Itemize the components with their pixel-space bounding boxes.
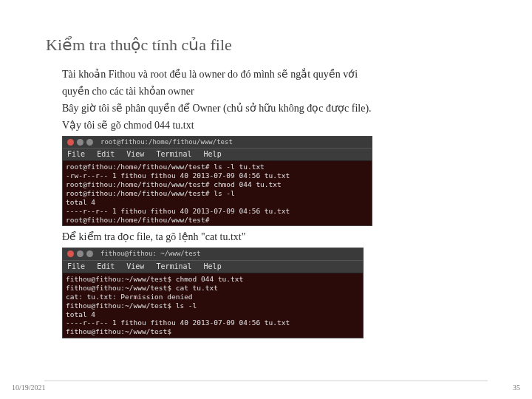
- menu-terminal: Terminal: [156, 150, 191, 158]
- close-icon: [67, 250, 74, 257]
- menu-view: View: [126, 150, 144, 158]
- minimize-icon: [77, 250, 83, 257]
- paragraph-2: Để kiểm tra đọc file, ta gõ lệnh "cat tu…: [62, 231, 483, 245]
- maximize-icon: [86, 250, 93, 257]
- terminal-menubar: File Edit View Terminal Help: [63, 260, 363, 274]
- paragraph-1-line-2: quyền cho các tài khỏan owner: [62, 85, 483, 99]
- footer-page-number: 35: [513, 383, 520, 392]
- menu-file: File: [67, 262, 85, 270]
- slide-title: Kiểm tra thuộc tính của file: [46, 35, 532, 55]
- menu-help: Help: [204, 262, 222, 270]
- minimize-icon: [77, 139, 83, 146]
- footer-divider: [0, 381, 532, 381]
- window-controls: fithou@fithou: ~/www/test: [63, 248, 363, 259]
- terminal-screenshot-2: fithou@fithou: ~/www/test File Edit View…: [62, 248, 364, 338]
- window-title: fithou@fithou: ~/www/test: [100, 250, 200, 258]
- paragraph-1-line-3: Bây giờ tôi sẽ phân quyền để Owner (chủ …: [62, 102, 483, 116]
- paragraph-1-line-1: Tài khoản Fithou và root đều là owner do…: [62, 68, 483, 82]
- terminal-output: root@fithou:/home/fithou/www/test# ls -l…: [63, 161, 372, 225]
- terminal-output: fithou@fithou:~/www/test$ chmod 044 tu.t…: [63, 273, 363, 338]
- window-controls: root@fithou:/home/fithou/www/test: [63, 137, 372, 148]
- menu-edit: Edit: [97, 262, 115, 270]
- paragraph-1-line-4: Vậy tôi sẽ gõ chmod 044 tu.txt: [62, 119, 483, 133]
- maximize-icon: [86, 139, 93, 146]
- terminal-screenshot-1: root@fithou:/home/fithou/www/test File E…: [62, 136, 372, 227]
- menu-help: Help: [204, 150, 222, 158]
- close-icon: [67, 139, 74, 146]
- menu-terminal: Terminal: [156, 262, 191, 270]
- terminal-menubar: File Edit View Terminal Help: [63, 148, 372, 162]
- footer-date: 10/19/2021: [12, 383, 46, 392]
- slide: Kiểm tra thuộc tính của file Tài khoản F…: [0, 0, 532, 399]
- menu-view: View: [126, 262, 144, 270]
- menu-file: File: [67, 150, 85, 158]
- menu-edit: Edit: [97, 150, 115, 158]
- window-title: root@fithou:/home/fithou/www/test: [100, 138, 233, 146]
